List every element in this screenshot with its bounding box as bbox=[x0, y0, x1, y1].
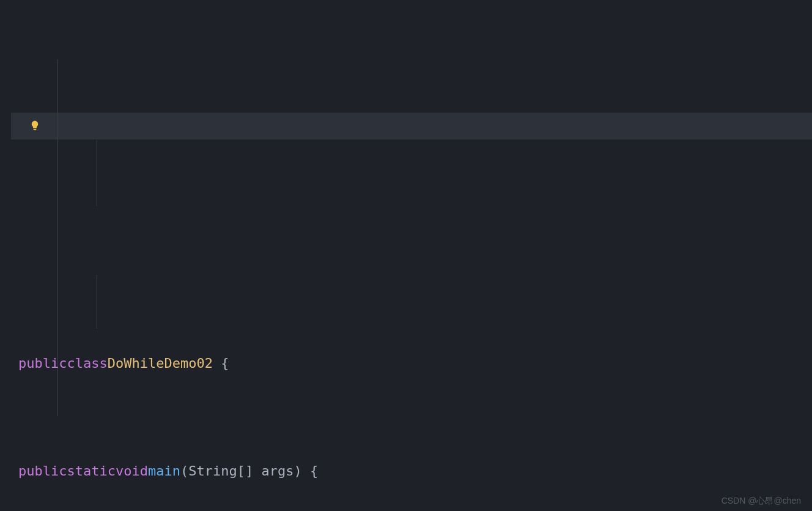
keyword-class: class bbox=[67, 350, 107, 377]
keyword-void: void bbox=[116, 458, 148, 485]
code-editor[interactable]: public class DoWhileDemo02 { public stat… bbox=[0, 0, 812, 511]
code-line[interactable]: public static void main(String[] args) { bbox=[18, 458, 812, 485]
lightbulb-icon[interactable] bbox=[29, 115, 40, 142]
param-args: args bbox=[261, 458, 293, 485]
brace-open: { bbox=[302, 458, 319, 485]
brace-open: { bbox=[213, 350, 229, 377]
keyword-static: static bbox=[67, 458, 115, 485]
watermark-text: CSDN @心昂@chen bbox=[722, 496, 801, 505]
param-type: String[] bbox=[188, 458, 261, 485]
code-area[interactable]: public class DoWhileDemo02 { public stat… bbox=[11, 0, 812, 511]
code-line[interactable] bbox=[18, 242, 812, 269]
method-main: main bbox=[148, 458, 180, 485]
code-line[interactable]: public class DoWhileDemo02 { bbox=[18, 350, 812, 377]
editor-gutter bbox=[0, 0, 11, 511]
keyword-public: public bbox=[18, 350, 67, 377]
class-name: DoWhileDemo02 bbox=[108, 350, 213, 377]
paren-close: ) bbox=[293, 458, 301, 485]
keyword-public: public bbox=[18, 458, 67, 485]
paren-open: ( bbox=[180, 458, 188, 485]
